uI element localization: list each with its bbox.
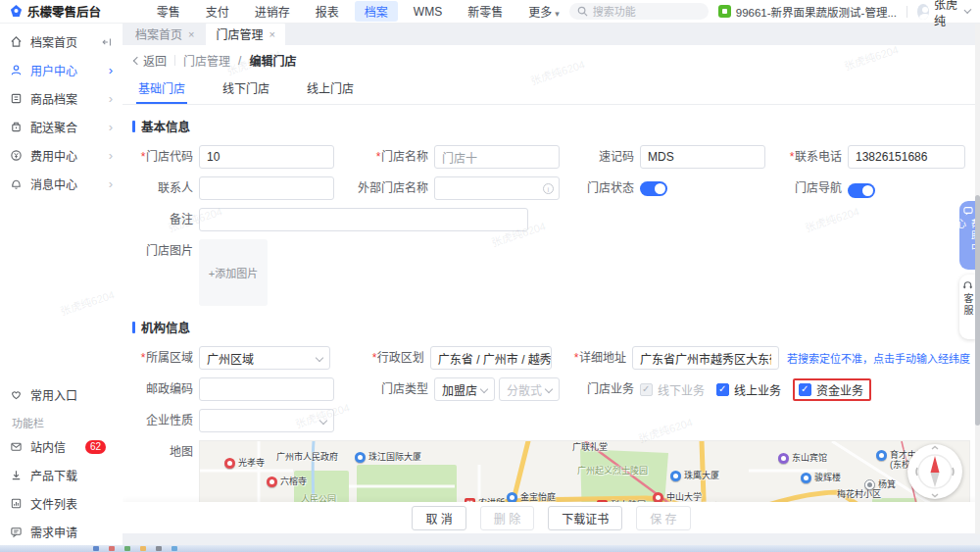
workspace-tab-label: 档案首页	[135, 25, 182, 42]
sidebar-item-fee-center[interactable]: 费用中心 ›	[0, 141, 122, 170]
sidebar-item-file-list[interactable]: 文件列表	[0, 489, 122, 518]
delivery-icon	[10, 121, 23, 133]
store-type-select[interactable]: 加盟店	[434, 377, 495, 401]
map-poi[interactable]: 光孝寺	[224, 458, 265, 469]
chevron-right-icon: ›	[109, 149, 113, 162]
chevron-right-icon: ›	[109, 177, 113, 190]
manual-coordinates-link[interactable]: 若搜索定位不准，点击手动输入经纬度	[787, 350, 970, 366]
search-input[interactable]	[593, 6, 701, 18]
poi-marker-icon	[670, 471, 681, 481]
form-action-button[interactable]: 下载证书	[548, 506, 622, 530]
region-select[interactable]: 广州区域	[199, 346, 330, 370]
store-code-input[interactable]	[199, 145, 334, 169]
business-checkbox[interactable]: 线下业务	[640, 381, 705, 398]
page-scrollbar[interactable]	[975, 24, 980, 534]
add-image-button[interactable]: +添加图片	[199, 239, 268, 306]
user-menu[interactable]: 张虎纯	[917, 0, 970, 28]
files-icon	[10, 497, 23, 510]
top-menu-item[interactable]: 档案	[355, 1, 398, 22]
poi-marker-icon	[778, 453, 789, 464]
contact-input[interactable]	[199, 176, 334, 200]
back-button[interactable]: 返回	[134, 52, 167, 69]
form-action-button[interactable]: 删 除	[480, 506, 534, 530]
map-poi[interactable]: 广州起义烈士陵园	[577, 466, 648, 476]
taskbar-icon[interactable]	[124, 546, 130, 551]
global-search[interactable]	[569, 3, 709, 20]
top-menu-item[interactable]: WMS	[404, 3, 452, 21]
sidebar-item-delivery[interactable]: 配送聚合 ›	[0, 113, 122, 141]
sidebar-item-archive-home[interactable]: 档案首页	[0, 27, 122, 56]
sidebar-item-request[interactable]: 需求申请	[0, 518, 122, 546]
store-type-tab[interactable]: 线上门店	[305, 75, 356, 104]
store-image-label: 门店图片	[132, 239, 199, 263]
address-input[interactable]	[632, 346, 779, 370]
store-status-toggle[interactable]	[640, 181, 667, 196]
checkbox-label: 线上业务	[734, 381, 781, 398]
phone-input[interactable]	[848, 145, 965, 169]
sidebar-item-user-center[interactable]: 用户中心 ›	[0, 56, 122, 84]
top-menu-item[interactable]: 更多	[518, 1, 569, 22]
poi-marker-icon	[355, 452, 366, 463]
search-icon	[577, 6, 588, 17]
poi-label: 六榕寺	[280, 477, 307, 486]
business-checkbox[interactable]: 资金业务	[793, 378, 871, 401]
sidebar-item-message-center[interactable]: 消息中心 ›	[0, 170, 122, 198]
map-poi[interactable]: 广州市人民政府	[276, 452, 338, 462]
external-name-input[interactable]	[434, 176, 560, 200]
headset-icon	[962, 279, 973, 290]
taskbar-icon[interactable]	[93, 546, 99, 551]
tab-close-icon[interactable]: ×	[269, 28, 274, 40]
map-poi[interactable]: 珠江国际大厦	[355, 452, 421, 463]
scrollbar-thumb[interactable]	[975, 195, 980, 426]
collapse-sidebar-icon[interactable]	[101, 36, 113, 48]
map-poi[interactable]: 六榕寺	[267, 477, 307, 487]
top-menu-item[interactable]: 新零售	[458, 1, 513, 22]
store-name-input[interactable]	[434, 145, 560, 169]
map-compass[interactable]	[907, 444, 962, 499]
top-menu-item[interactable]: 进销存	[245, 1, 300, 22]
taskbar-icon[interactable]	[140, 546, 146, 551]
store-nav-toggle[interactable]	[848, 183, 875, 198]
form-action-button[interactable]: 取 消	[412, 506, 466, 530]
district-select[interactable]: 广东省 / 广州市 / 越秀区	[430, 346, 552, 370]
sidebar: 档案首页 用户中心 › 商品档案 › 配送聚合 › 费用中心 › 消息中心 ›	[0, 24, 122, 552]
store-type-tab[interactable]: 基础门店	[136, 75, 187, 104]
sidebar-item-favorites[interactable]: 常用入口	[0, 380, 122, 409]
top-menu-item[interactable]: 支付	[196, 1, 239, 22]
map-poi[interactable]: 骏辉楼	[801, 473, 841, 483]
map-poi[interactable]: 广联礼堂	[572, 442, 608, 452]
top-menu-item[interactable]: 零售	[147, 1, 190, 22]
sidebar-item-goods-archive[interactable]: 商品档案 ›	[0, 84, 122, 113]
store-type-tab[interactable]: 线下门店	[220, 75, 271, 104]
app-title: 乐檬零售后台	[27, 2, 101, 21]
map-poi[interactable]: 杨箕	[864, 479, 896, 490]
sidebar-item-product-download[interactable]: 产品下载	[0, 461, 122, 489]
customer-service-button[interactable]: 客服	[959, 275, 976, 339]
taskbar-icon[interactable]	[172, 546, 177, 551]
mnemonic-input[interactable]	[640, 145, 765, 169]
enterprise-select[interactable]	[199, 409, 334, 432]
workspace-tab[interactable]: 档案首页 ×	[125, 23, 204, 45]
map-poi[interactable]: 珠鹰大厦	[670, 471, 719, 481]
postcode-input[interactable]	[199, 377, 334, 401]
help-center-button[interactable]: 帮助中心	[959, 201, 976, 270]
tenant-switcher[interactable]: 99661-新界面果蔬版测试-管理...	[718, 4, 897, 20]
store-subtype-select[interactable]: 分散式	[499, 377, 560, 401]
business-checkbox[interactable]: 线上业务	[716, 381, 781, 398]
taskbar-icon[interactable]	[156, 546, 162, 551]
tab-close-icon[interactable]: ×	[188, 28, 194, 40]
map-poi[interactable]: 东山宾馆	[778, 453, 827, 464]
poi-marker-icon	[224, 458, 235, 469]
poi-marker-icon	[864, 479, 875, 490]
info-icon[interactable]: i	[543, 183, 554, 194]
top-menu-item[interactable]: 报表	[306, 1, 349, 22]
taskbar[interactable]	[0, 545, 980, 552]
workspace-tab[interactable]: 门店管理 ×	[206, 23, 284, 45]
map-poi[interactable]: 梅花村小区	[837, 489, 881, 499]
remark-input[interactable]	[199, 208, 528, 231]
sidebar-item-inbox[interactable]: 站内信 62	[0, 432, 122, 461]
form-action-button[interactable]: 保 存	[636, 506, 690, 530]
fee-icon	[10, 149, 23, 162]
taskbar-icon[interactable]	[109, 546, 115, 551]
customer-service-label: 客服	[960, 293, 975, 317]
